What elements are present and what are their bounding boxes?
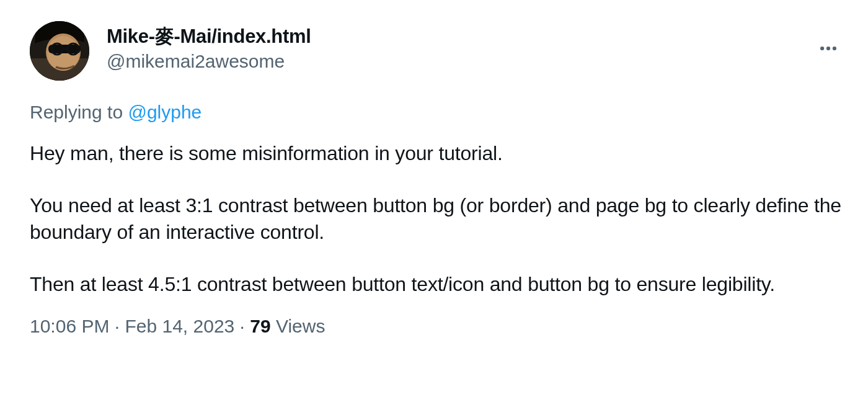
- reply-context: Replying to @glyphe: [30, 102, 846, 123]
- svg-point-8: [820, 47, 824, 50]
- tweet-body: Hey man, there is some misinformation in…: [30, 140, 846, 297]
- reply-prefix: Replying to: [30, 102, 128, 122]
- avatar[interactable]: [30, 21, 89, 81]
- tweet-time[interactable]: 10:06 PM: [30, 316, 109, 336]
- svg-point-9: [826, 47, 830, 50]
- views-label: Views: [271, 316, 326, 336]
- author-handle[interactable]: @mikemai2awesome: [107, 49, 311, 73]
- reply-mention[interactable]: @glyphe: [128, 102, 202, 122]
- svg-point-10: [833, 47, 836, 50]
- display-name[interactable]: Mike-麥-Mai/index.html: [107, 25, 311, 49]
- tweet-header: Mike-麥-Mai/index.html @mikemai2awesome: [30, 21, 846, 81]
- meta-sep: ·: [234, 316, 250, 336]
- meta-sep: ·: [109, 316, 125, 336]
- more-options-button[interactable]: [815, 35, 842, 62]
- ellipsis-icon: [818, 38, 839, 59]
- avatar-image: [30, 21, 89, 81]
- tweet-meta: 10:06 PM · Feb 14, 2023 · 79 Views: [30, 316, 846, 337]
- views-count[interactable]: 79: [250, 316, 270, 336]
- tweet: Mike-麥-Mai/index.html @mikemai2awesome R…: [0, 0, 868, 355]
- tweet-date[interactable]: Feb 14, 2023: [125, 316, 234, 336]
- author-names: Mike-麥-Mai/index.html @mikemai2awesome: [107, 21, 311, 73]
